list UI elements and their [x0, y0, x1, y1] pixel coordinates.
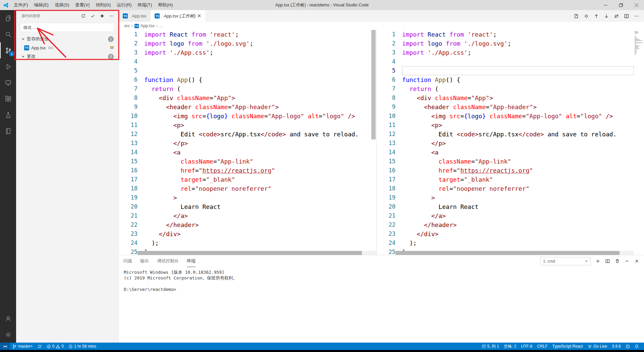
- commit-message-input[interactable]: [20, 23, 114, 32]
- code-line[interactable]: </a>: [402, 211, 634, 220]
- line-number[interactable]: 23: [377, 229, 395, 238]
- line-number[interactable]: 5: [119, 66, 138, 75]
- line-number[interactable]: 14: [119, 148, 138, 157]
- code-area[interactable]: import React from 'react';import logo fr…: [138, 30, 376, 255]
- line-number[interactable]: 4: [377, 57, 395, 66]
- breadcrumb[interactable]: src › TS App.tsx › ...: [119, 22, 644, 30]
- code-line[interactable]: target="_blank": [144, 175, 376, 184]
- indentation[interactable]: 空格: 2: [501, 343, 519, 350]
- line-number[interactable]: 9: [119, 102, 138, 112]
- line-number[interactable]: 17: [119, 175, 138, 184]
- code-line[interactable]: import logo from './logo.svg';: [144, 39, 376, 48]
- line-number[interactable]: 10: [377, 112, 395, 121]
- extensions-icon[interactable]: [0, 91, 16, 107]
- code-line[interactable]: );: [402, 238, 634, 248]
- maximize-panel-icon[interactable]: [625, 259, 630, 264]
- time-tracker[interactable]: 1 hr 58 mins: [66, 343, 99, 350]
- menu-item[interactable]: 终端(T): [135, 0, 155, 10]
- line-number[interactable]: 9: [377, 102, 395, 112]
- code-line[interactable]: </header>: [144, 220, 376, 229]
- previous-change-icon[interactable]: [594, 13, 599, 19]
- code-line[interactable]: );: [144, 238, 376, 248]
- menu-item[interactable]: 编辑(E): [31, 0, 52, 10]
- feedback-icon[interactable]: [623, 343, 632, 350]
- code-line[interactable]: </p>: [144, 139, 376, 148]
- run-debug-icon[interactable]: [0, 58, 16, 75]
- line-number[interactable]: 1: [119, 30, 138, 39]
- testing-icon[interactable]: [0, 107, 16, 123]
- line-number[interactable]: 22: [377, 220, 395, 229]
- remote-indicator[interactable]: ><: [0, 343, 10, 350]
- git-graph-icon[interactable]: [98, 12, 106, 20]
- breadcrumb-item[interactable]: ...: [159, 24, 163, 28]
- code-line[interactable]: rel="noopener noreferrer": [402, 184, 634, 193]
- line-number[interactable]: 3: [119, 48, 138, 57]
- code-line[interactable]: [144, 66, 376, 75]
- line-number[interactable]: 13: [119, 139, 138, 148]
- code-line[interactable]: href="https://reactjs.org": [402, 166, 634, 175]
- close-panel-icon[interactable]: [634, 259, 639, 264]
- code-line[interactable]: return (: [144, 84, 376, 93]
- staged-file-item[interactable]: TS App.tsx src M: [16, 43, 118, 52]
- close-tab-icon[interactable]: [198, 13, 201, 18]
- explorer-icon[interactable]: [0, 10, 16, 26]
- code-line[interactable]: import React from 'react';: [144, 30, 376, 39]
- code-line[interactable]: >: [144, 193, 376, 202]
- code-line[interactable]: href="https://reactjs.org": [144, 166, 376, 175]
- line-number[interactable]: 6: [119, 75, 138, 84]
- split-terminal-icon[interactable]: [605, 259, 610, 264]
- git-compare-icon[interactable]: [584, 13, 589, 19]
- line-number[interactable]: 16: [377, 166, 395, 175]
- code-line[interactable]: <p>: [402, 121, 634, 130]
- line-number[interactable]: 2: [119, 39, 138, 48]
- line-number[interactable]: 25: [377, 248, 395, 255]
- line-number[interactable]: 24: [377, 238, 395, 248]
- line-numbers-gutter[interactable]: 1234567891011121314151617181920212223242…: [377, 30, 395, 255]
- code-line[interactable]: </div>: [402, 229, 634, 238]
- more-actions-icon[interactable]: [634, 13, 639, 19]
- language-mode[interactable]: TypeScript React: [550, 343, 585, 350]
- line-number[interactable]: 19: [119, 193, 138, 202]
- code-line[interactable]: function App() {: [144, 75, 376, 84]
- line-number[interactable]: 18: [377, 184, 395, 193]
- line-number[interactable]: 7: [377, 84, 395, 93]
- breadcrumb-item[interactable]: App.tsx: [141, 24, 155, 28]
- line-number[interactable]: 12: [119, 130, 138, 139]
- terminal-select[interactable]: 1: cmd: [540, 257, 591, 265]
- extension-version[interactable]: 3.9.6: [609, 343, 623, 350]
- new-terminal-icon[interactable]: [595, 259, 600, 264]
- code-line[interactable]: [144, 57, 376, 66]
- code-area[interactable]: import React from 'react';import logo fr…: [395, 30, 634, 255]
- line-number[interactable]: 17: [377, 175, 395, 184]
- commit-check-icon[interactable]: [89, 12, 96, 20]
- breadcrumb-item[interactable]: src: [124, 24, 130, 28]
- staged-changes-section[interactable]: 暂存的更改 1: [16, 35, 118, 43]
- menu-item[interactable]: 帮助(H): [155, 0, 176, 10]
- minimap[interactable]: [634, 30, 644, 255]
- horizontal-scrollbar[interactable]: [395, 251, 634, 255]
- horizontal-scrollbar[interactable]: [138, 251, 376, 255]
- line-number[interactable]: 12: [377, 130, 395, 139]
- code-line[interactable]: </a>: [144, 211, 376, 220]
- line-number[interactable]: 25: [119, 248, 138, 255]
- kill-terminal-icon[interactable]: [615, 259, 620, 264]
- menu-item[interactable]: 转到(G): [93, 0, 114, 10]
- code-line[interactable]: return (: [402, 84, 634, 93]
- cursor-position[interactable]: 行 5, 列 1: [480, 343, 501, 350]
- source-control-icon[interactable]: 1: [0, 42, 16, 58]
- sync-indicator[interactable]: [35, 343, 44, 350]
- code-line[interactable]: <div className="App">: [144, 93, 376, 102]
- line-number[interactable]: 19: [377, 193, 395, 202]
- code-line[interactable]: <img src={logo} className="App-logo" alt…: [144, 112, 376, 121]
- search-icon[interactable]: [0, 26, 16, 42]
- line-number[interactable]: 8: [377, 93, 395, 102]
- menu-item[interactable]: 文件(F): [11, 0, 31, 10]
- diff-modified-pane[interactable]: 1234567891011121314151617181920212223242…: [376, 30, 644, 255]
- line-number[interactable]: 7: [119, 84, 138, 93]
- line-number[interactable]: 23: [119, 229, 138, 238]
- docs-icon[interactable]: [0, 123, 16, 139]
- code-line[interactable]: Learn React: [144, 202, 376, 211]
- line-number[interactable]: 21: [119, 211, 138, 220]
- panel-tab[interactable]: 终端: [187, 255, 196, 267]
- notifications-bell-icon[interactable]: [632, 343, 641, 350]
